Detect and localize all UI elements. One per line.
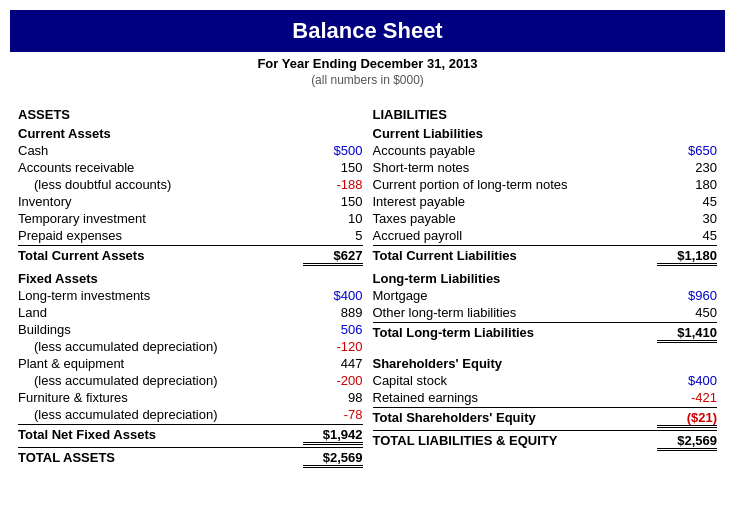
- list-item: Other long-term liabilities 450: [373, 304, 718, 321]
- fixed-assets-label: Fixed Assets: [18, 271, 363, 286]
- total-equity: Total Shareholders' Equity ($21): [373, 407, 718, 429]
- list-item: Buildings 506: [18, 321, 363, 338]
- assets-section-label: ASSETS: [18, 107, 363, 122]
- page-title: Balance Sheet: [10, 18, 725, 44]
- total-net-fixed: Total Net Fixed Assets $1,942: [18, 424, 363, 446]
- assets-column: ASSETS Current Assets Cash $500 Accounts…: [18, 105, 373, 469]
- liabilities-column: LIABILITIES Current Liabilities Accounts…: [373, 105, 718, 469]
- equity-label: Shareholders' Equity: [373, 356, 718, 371]
- total-assets: TOTAL ASSETS $2,569: [18, 447, 363, 469]
- list-item: Plant & equipment 447: [18, 355, 363, 372]
- list-item: Retained earnings -421: [373, 389, 718, 406]
- list-item: Accounts payable $650: [373, 142, 718, 159]
- list-item: (less accumulated depreciation) -120: [18, 338, 363, 355]
- total-current-assets: Total Current Assets $627: [18, 245, 363, 267]
- header-box: Balance Sheet: [10, 10, 725, 52]
- list-item: Current portion of long-term notes 180: [373, 176, 718, 193]
- list-item: Accounts receivable 150: [18, 159, 363, 176]
- liabilities-section-label: LIABILITIES: [373, 107, 718, 122]
- list-item: Mortgage $960: [373, 287, 718, 304]
- list-item: Inventory 150: [18, 193, 363, 210]
- list-item: Short-term notes 230: [373, 159, 718, 176]
- current-liab-label: Current Liabilities: [373, 126, 718, 141]
- list-item: (less accumulated depreciation) -78: [18, 406, 363, 423]
- list-item: Interest payable 45: [373, 193, 718, 210]
- current-assets-label: Current Assets: [18, 126, 363, 141]
- list-item: Prepaid expenses 5: [18, 227, 363, 244]
- subtitle: For Year Ending December 31, 2013: [10, 56, 725, 71]
- list-item: (less accumulated depreciation) -200: [18, 372, 363, 389]
- total-long-term-liab: Total Long-term Liabilities $1,410: [373, 322, 718, 344]
- list-item: Temporary investment 10: [18, 210, 363, 227]
- list-item: Accrued payroll 45: [373, 227, 718, 244]
- list-item: Long-term investments $400: [18, 287, 363, 304]
- subtitle2: (all numbers in $000): [10, 73, 725, 87]
- total-liab-equity: TOTAL LIABILITIES & EQUITY $2,569: [373, 430, 718, 452]
- list-item: Cash $500: [18, 142, 363, 159]
- list-item: Taxes payable 30: [373, 210, 718, 227]
- list-item: Capital stock $400: [373, 372, 718, 389]
- list-item: Furniture & fixtures 98: [18, 389, 363, 406]
- long-term-liab-label: Long-term Liabilities: [373, 271, 718, 286]
- total-current-liab: Total Current Liabilities $1,180: [373, 245, 718, 267]
- list-item: Land 889: [18, 304, 363, 321]
- list-item: (less doubtful accounts) -188: [18, 176, 363, 193]
